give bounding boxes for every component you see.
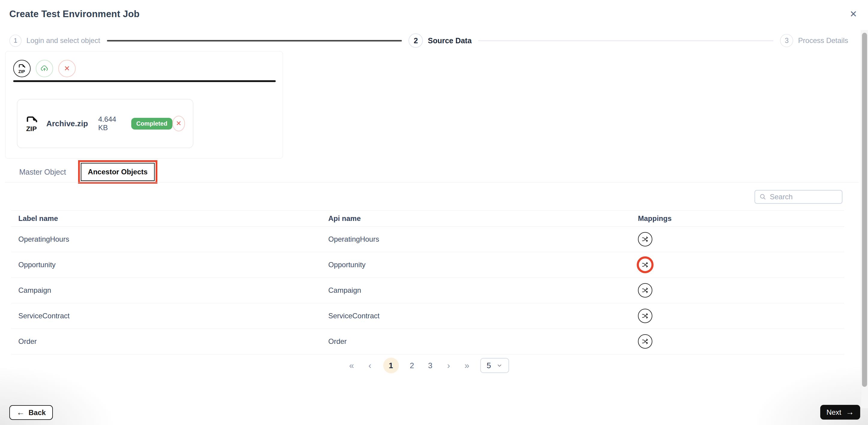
- cell-label-name: Order: [11, 337, 328, 346]
- tab-ancestor-objects[interactable]: Ancestor Objects: [81, 163, 155, 181]
- uploaded-file-card: ZIP Archive.zip 4.644 KB Completed ✕: [17, 99, 193, 148]
- mappings-shuffle-button[interactable]: [638, 309, 652, 323]
- cell-label-name: ServiceContract: [11, 312, 328, 320]
- zip-glyph: ZIP: [18, 63, 26, 74]
- step-1-label: Login and select object: [26, 36, 100, 45]
- scrollbar-thumb[interactable]: [862, 33, 867, 387]
- next-button-label: Next: [827, 408, 841, 417]
- search-input[interactable]: [770, 193, 833, 201]
- next-arrow-icon: →: [846, 407, 854, 417]
- page-title: Create Test Environment Job: [9, 9, 140, 20]
- upload-card: ZIP ✕ ZIP Archive.zip 4.644 KB Complet: [5, 51, 283, 159]
- back-button[interactable]: ← Back: [9, 405, 53, 420]
- cell-label-name: Opportunity: [11, 261, 328, 269]
- step-login-and-select-object[interactable]: 1 Login and select object: [9, 34, 100, 47]
- svg-text:ZIP: ZIP: [18, 69, 25, 74]
- cell-api-name: OperatingHours: [328, 235, 638, 244]
- page-size-value: 5: [487, 361, 491, 370]
- pagination: « ‹ 1 2 3 › » 5: [11, 357, 844, 374]
- shuffle-icon: [641, 312, 649, 320]
- table-row: ServiceContract ServiceContract: [11, 303, 844, 329]
- step-1-circle: 1: [9, 34, 22, 47]
- pagination-page-2[interactable]: 2: [407, 361, 417, 370]
- shuffle-icon: [641, 338, 649, 345]
- pagination-prev-icon[interactable]: ‹: [365, 361, 375, 370]
- step-3-label: Process Details: [798, 36, 848, 45]
- step-3-circle: 3: [780, 34, 793, 47]
- stepper-connector-done: [107, 40, 402, 41]
- column-header-api-name: Api name: [328, 214, 638, 223]
- cell-label-name: Campaign: [11, 286, 328, 294]
- cell-api-name: ServiceContract: [328, 312, 638, 320]
- remove-file-button[interactable]: ✕: [173, 116, 185, 131]
- mappings-shuffle-button-highlighted[interactable]: [638, 258, 652, 272]
- table-row: Order Order: [11, 329, 844, 355]
- upload-toolbar: ZIP ✕: [13, 60, 76, 77]
- step-source-data[interactable]: 2 Source Data: [408, 33, 471, 48]
- zip-file-icon-large: ZIP: [25, 113, 38, 134]
- mappings-shuffle-button[interactable]: [638, 232, 652, 247]
- scrollbar-track[interactable]: [861, 30, 868, 408]
- mappings-shuffle-button[interactable]: [638, 334, 652, 349]
- status-badge: Completed: [131, 118, 173, 130]
- stepper: 1 Login and select object 2 Source Data …: [9, 32, 848, 49]
- column-header-label-name: Label name: [11, 214, 328, 223]
- table-row: OperatingHours OperatingHours: [11, 227, 844, 252]
- step-2-label: Source Data: [428, 36, 471, 45]
- search-box[interactable]: [754, 190, 842, 204]
- tabs-divider: [5, 182, 859, 182]
- table-row: Opportunity Opportunity: [11, 252, 844, 278]
- back-button-label: Back: [29, 408, 45, 417]
- cell-api-name: Campaign: [328, 286, 638, 294]
- column-header-mappings: Mappings: [638, 214, 844, 223]
- search-icon: [759, 193, 767, 200]
- ancestor-objects-table: Label name Api name Mappings OperatingHo…: [11, 210, 844, 355]
- page-size-select[interactable]: 5: [480, 358, 509, 373]
- zip-file-icon[interactable]: ZIP: [13, 60, 31, 77]
- svg-text:ZIP: ZIP: [26, 125, 37, 133]
- create-test-environment-job-modal: Create Test Environment Job ✕ 1 Login an…: [0, 0, 868, 425]
- stepper-connector-upcoming: [478, 40, 773, 41]
- cloud-upload-icon[interactable]: [36, 60, 53, 77]
- file-name: Archive.zip: [46, 119, 88, 128]
- file-size: 4.644 KB: [98, 115, 122, 132]
- shuffle-icon: [641, 235, 649, 243]
- mappings-shuffle-button[interactable]: [638, 283, 652, 298]
- table-row: Campaign Campaign: [11, 278, 844, 303]
- back-arrow-icon: ←: [17, 408, 25, 417]
- cell-label-name: OperatingHours: [11, 235, 328, 244]
- chevron-down-icon: [496, 363, 502, 368]
- annotation-red-rectangle: Ancestor Objects: [78, 160, 158, 183]
- pagination-next-icon[interactable]: ›: [444, 361, 454, 370]
- upload-progress-bar: [13, 80, 276, 82]
- pagination-page-3[interactable]: 3: [425, 361, 435, 370]
- pagination-page-1[interactable]: 1: [383, 358, 399, 373]
- step-2-circle: 2: [408, 33, 423, 48]
- cell-api-name: Order: [328, 337, 638, 346]
- cell-api-name: Opportunity: [328, 261, 638, 269]
- cancel-upload-icon[interactable]: ✕: [58, 60, 76, 77]
- pagination-first-icon[interactable]: «: [347, 361, 357, 370]
- shuffle-icon: [641, 261, 649, 269]
- tab-bar: Master Object Ancestor Objects: [12, 160, 157, 183]
- tab-master-object[interactable]: Master Object: [12, 164, 73, 181]
- step-process-details[interactable]: 3 Process Details: [780, 34, 848, 47]
- pagination-last-icon[interactable]: »: [462, 361, 472, 370]
- table-header: Label name Api name Mappings: [11, 210, 844, 227]
- shuffle-icon: [641, 286, 649, 294]
- close-icon[interactable]: ✕: [850, 10, 857, 19]
- next-button[interactable]: Next →: [820, 405, 860, 420]
